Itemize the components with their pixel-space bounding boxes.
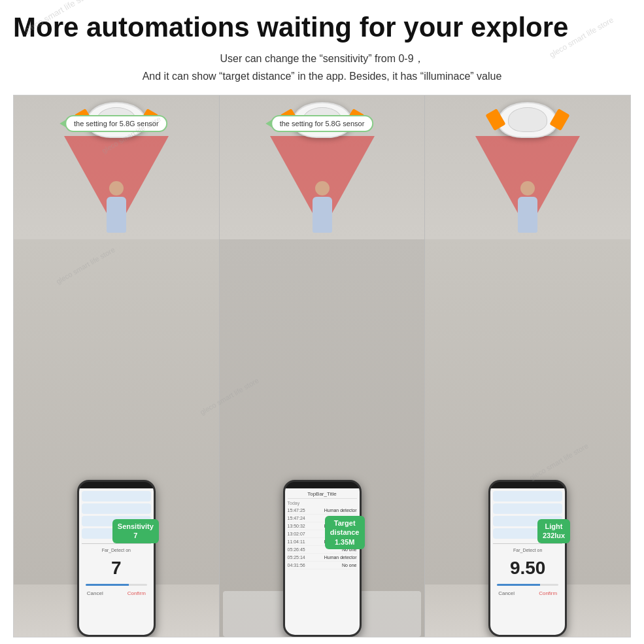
person-1 — [107, 181, 126, 233]
sensor-area-3 — [425, 95, 630, 239]
log-entry-6: 05:25:14 Human detector — [288, 554, 357, 562]
phone-area-3: Light 232lux Far_Detect on 9.50 — [425, 239, 630, 637]
panel-3: Light 232lux Far_Detect on 9.50 — [425, 95, 630, 637]
phone-badge-1: Sensitivity 7 — [112, 519, 159, 543]
screen-label-1: Far_Detect on — [82, 548, 151, 552]
page-wrapper: gleco smart life store gleco smart life … — [0, 0, 644, 644]
screen-label-3: Far_Detect on — [493, 548, 562, 552]
phone-badge-3: Light 232lux — [537, 519, 570, 543]
phone-mockup-3: Far_Detect on 9.50 Cancel Confirm — [488, 480, 567, 637]
sensor-device-3 — [498, 102, 557, 138]
screen-today: Today — [288, 501, 357, 505]
sensor-area-2: the setting for 5.8G sensor — [220, 95, 425, 239]
phone-screen-2: TopBar_Title Today 15:47:25 Human detect… — [285, 488, 360, 635]
phone-mockup-2: TopBar_Title Today 15:47:25 Human detect… — [283, 480, 362, 637]
phone-badge-2: Target distance 1.35M — [325, 516, 365, 549]
subtitle-line1: User can change the “sensitivity” from 0… — [143, 50, 502, 67]
screen-number-1: 7 — [82, 552, 151, 581]
sensor-area-1: the setting for 5.8G sensor — [14, 95, 219, 239]
panel-1: the setting for 5.8G sensor — [14, 95, 220, 637]
speech-bubble-2: the setting for 5.8G sensor — [271, 115, 374, 132]
panel-2: the setting for 5.8G sensor — [220, 95, 426, 637]
screen-topbar-2: TopBar_Title — [288, 491, 357, 499]
phone-area-2: Target distance 1.35M TopBar_Title Today… — [220, 239, 425, 637]
person-2 — [313, 181, 332, 233]
screen-number-3: 9.50 — [493, 552, 562, 581]
subtitle: User can change the “sensitivity” from 0… — [143, 50, 502, 85]
subtitle-line2: And it can show “target distance” in the… — [143, 67, 502, 85]
panels-container: the setting for 5.8G sensor — [13, 95, 631, 637]
log-entry-7: 04:31:56 No one — [288, 562, 357, 569]
phone-area-1: Sensitivity 7 Far_Detect on 7 — [14, 239, 219, 637]
person-3 — [518, 181, 537, 233]
main-title: More automations waiting for your explor… — [13, 12, 631, 43]
phone-screen-3: Far_Detect on 9.50 Cancel Confirm — [490, 488, 565, 635]
phone-screen-1: Far_Detect on 7 Cancel Confirm — [79, 488, 154, 635]
log-entry-0: 15:47:25 Human detector — [288, 507, 357, 515]
phone-mockup-1: Far_Detect on 7 Cancel Confirm — [77, 480, 156, 637]
speech-bubble-1: the setting for 5.8G sensor — [65, 115, 168, 132]
